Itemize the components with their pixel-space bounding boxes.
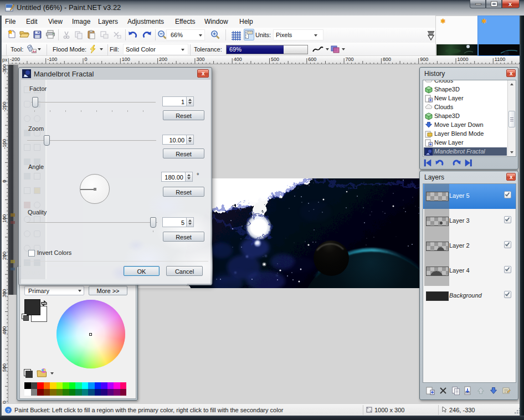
svg-text:200: 200 [159,57,167,62]
svg-text:700: 700 [346,57,354,62]
svg-text:200: 200 [2,252,7,260]
svg-text:100: 100 [122,57,130,62]
svg-text:600: 600 [308,57,316,62]
svg-text:-200: -200 [10,57,20,62]
svg-text:-300: -300 [2,64,7,74]
svg-text:-100: -100 [47,57,57,62]
svg-text:900: 900 [420,57,428,62]
svg-text:400: 400 [2,326,7,335]
svg-text:400: 400 [234,57,242,62]
svg-text:0: 0 [85,57,88,62]
svg-text:800: 800 [383,57,391,62]
svg-text:?: ? [7,408,9,413]
svg-text:0: 0 [2,180,7,182]
svg-text:100: 100 [2,214,7,223]
svg-text:500: 500 [2,363,7,372]
svg-text:300: 300 [2,289,7,297]
svg-text:1000: 1000 [458,57,469,62]
svg-text:-200: -200 [2,101,7,111]
svg-text:1100: 1100 [495,57,505,62]
svg-text:300: 300 [196,57,204,62]
svg-text:-100: -100 [2,139,7,149]
svg-text:500: 500 [271,57,279,62]
